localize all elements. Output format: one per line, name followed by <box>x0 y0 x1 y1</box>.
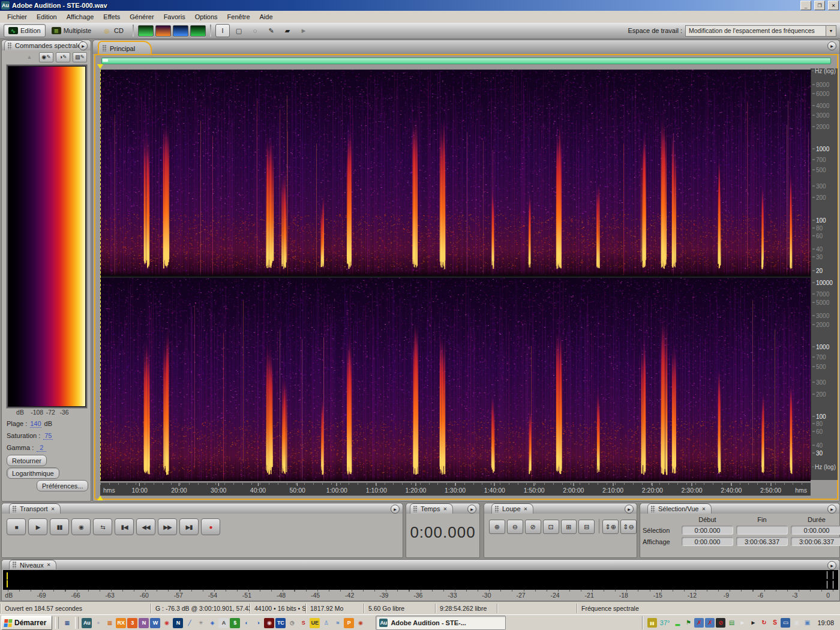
tray-antivirus-icon[interactable]: S <box>770 618 779 628</box>
panel-grip[interactable] <box>13 506 17 512</box>
tray-mouse-settings-icon[interactable]: ▣ <box>791 618 801 628</box>
menu-item[interactable]: Aide <box>255 12 278 22</box>
zoom-in-horizontal-button[interactable]: ⊕ <box>489 520 505 534</box>
menu-item[interactable]: Générer <box>125 12 158 22</box>
playhead-marker-bottom-icon[interactable] <box>97 496 103 500</box>
transport-tab[interactable]: Transport ✕ <box>9 503 61 514</box>
zoom-in-right-edge-button[interactable]: ⊟ <box>578 520 595 534</box>
time-selection-tool-button[interactable]: I <box>215 24 230 37</box>
marquee-selection-tool-button[interactable]: ▢ <box>232 24 246 37</box>
quicklaunch-pen-tool-icon[interactable]: ╱ <box>184 618 194 628</box>
mode-cd-button[interactable]: ◎ CD <box>97 24 128 37</box>
quicklaunch-camera-eye-icon[interactable]: ◉ <box>264 618 274 628</box>
quicklaunch-coin-icon[interactable]: ● <box>93 618 103 628</box>
tab-principal[interactable]: Principal <box>98 41 152 55</box>
spectrogram-display[interactable] <box>100 70 811 481</box>
minimize-button[interactable]: _ <box>800 1 811 10</box>
quicklaunch-audition-icon[interactable]: Au <box>82 618 92 628</box>
play-button[interactable]: ▶ <box>28 518 47 535</box>
quicklaunch-swoosh-icon[interactable]: ≈ <box>332 618 343 628</box>
go-to-start-button[interactable]: ▮◀ <box>115 518 134 535</box>
tray-network-offline1-icon[interactable]: ✗ <box>694 618 704 628</box>
panel-menu-button[interactable]: ▶ <box>827 505 836 514</box>
loop-play-button[interactable]: ⇆ <box>93 518 112 535</box>
start-button[interactable]: Démarrer <box>1 616 52 630</box>
quicklaunch-soft3-icon[interactable]: 3 <box>127 618 137 628</box>
lasso-selection-tool-button[interactable]: ◌ <box>248 24 262 37</box>
quicklaunch-izotope-rx-icon[interactable]: RX <box>116 618 126 628</box>
scrub-tool-button[interactable]: ► <box>296 24 311 37</box>
panel-menu-button[interactable]: ▶ <box>625 505 634 514</box>
tray-language-flag-icon[interactable]: ⚑ <box>683 618 693 628</box>
tray-minimized-app-icon[interactable]: ▂ <box>673 618 682 628</box>
time-display[interactable]: 0:00.000 <box>406 523 479 542</box>
tray-cursor-settings-icon[interactable]: ► <box>748 618 758 628</box>
panel-grip[interactable] <box>413 506 418 512</box>
timeline-ruler[interactable]: hms hms 10:00 20:00 30:00 <box>100 482 811 496</box>
spectral-adjust-tool-button[interactable]: ▲ <box>22 52 37 62</box>
field-value[interactable]: 2 <box>37 444 46 452</box>
zoom-out-full-button[interactable]: ⊘ <box>525 520 541 534</box>
zoom-in-vertical-button[interactable]: ⇕⊕ <box>602 520 619 534</box>
panel-grip[interactable] <box>13 562 17 568</box>
close-icon[interactable]: ✕ <box>47 562 51 568</box>
quicklaunch-acdsee-icon[interactable]: A <box>218 618 229 628</box>
levels-tab[interactable]: Niveaux ✕ <box>9 560 56 569</box>
zoom-out-horizontal-button[interactable]: ⊖ <box>507 520 523 534</box>
menu-item[interactable]: Options <box>190 12 223 22</box>
tray-temperature[interactable]: 37° <box>660 619 670 626</box>
tray-display-settings-icon[interactable]: ▭ <box>781 618 790 628</box>
spectral-controls-tab[interactable]: Commandes spectrale <box>4 40 85 50</box>
quicklaunch-calculator-icon[interactable]: ▦ <box>104 618 115 628</box>
view-duration-field[interactable]: 3:00:06.337 <box>791 537 840 546</box>
spectral-color-saturation-button[interactable]: ◑✎ <box>56 52 70 62</box>
spectral-gradient-display[interactable] <box>7 65 87 408</box>
spot-healing-brush-tool-button[interactable]: ▰ <box>280 24 295 37</box>
zoom-to-selection-button[interactable]: ⊡ <box>543 520 559 534</box>
quicklaunch-word-icon[interactable]: W <box>150 618 160 628</box>
quicklaunch-ultraedit-icon[interactable]: UE <box>310 618 320 628</box>
logarithmique-button[interactable]: Logarithmique <box>7 467 59 479</box>
quicklaunch-onenote-icon[interactable]: N <box>139 618 149 628</box>
playhead-marker-top-icon[interactable] <box>97 64 103 69</box>
view-spectral-frequency-button[interactable] <box>155 25 171 37</box>
quicklaunch-netscape-icon[interactable]: N <box>173 618 183 628</box>
workspace-dropdown[interactable]: Modification de l'espacement des fréquen… <box>685 25 836 37</box>
panel-menu-button[interactable]: ▶ <box>827 41 836 50</box>
quicklaunch-globe2-icon[interactable]: ◑ <box>253 618 263 628</box>
menu-item[interactable]: Favoris <box>159 12 190 22</box>
fast-forward-button[interactable]: ▶▶ <box>158 518 177 535</box>
view-end-field[interactable]: 3:00:06.337 <box>736 537 788 546</box>
panel-menu-button[interactable]: ▶ <box>79 41 88 50</box>
menu-item[interactable]: Edition <box>32 12 62 22</box>
selection-view-tab[interactable]: Sélection/Vue ✕ <box>647 503 712 514</box>
quicklaunch-messenger-icon[interactable]: ♙ <box>321 618 331 628</box>
stop-button[interactable]: ■ <box>7 518 26 535</box>
panel-menu-button[interactable]: ▶ <box>391 505 400 514</box>
tray-update-icon[interactable]: ▣ <box>802 618 812 628</box>
preferences-button[interactable]: Préférences... <box>37 480 88 491</box>
tray-pointer-tool-icon[interactable]: ► <box>737 618 747 628</box>
go-to-end-button[interactable]: ▶▮ <box>179 518 199 535</box>
frequency-axis[interactable]: Hz (log)80006000400030002000100070050030… <box>811 68 838 480</box>
effects-paintbrush-tool-button[interactable]: ✎ <box>264 24 278 37</box>
restore-button[interactable]: ❐ <box>814 1 825 10</box>
close-icon[interactable]: ✕ <box>701 506 706 512</box>
quicklaunch-clock-icon[interactable]: ◷ <box>287 618 297 628</box>
quicklaunch-pdf-icon[interactable]: P <box>344 618 354 628</box>
panel-grip[interactable] <box>103 45 107 52</box>
quicklaunch-total-commander-icon[interactable]: TC <box>275 618 286 628</box>
menu-item[interactable]: Effets <box>98 12 125 22</box>
pause-button[interactable]: ▮▮ <box>50 518 69 535</box>
time-tab[interactable]: Temps ✕ <box>410 503 453 514</box>
horizontal-range-scrollbar[interactable] <box>101 58 831 64</box>
zoom-in-left-edge-button[interactable]: ⊞ <box>561 520 577 534</box>
menu-item[interactable]: Fichier <box>2 12 32 22</box>
tray-no-entry-icon[interactable]: ⊘ <box>716 618 725 628</box>
close-button[interactable]: ✕ <box>828 1 839 10</box>
menu-item[interactable]: Fenêtre <box>223 12 255 22</box>
quicklaunch-sbp-icon[interactable]: S <box>298 618 308 628</box>
mode-edition-button[interactable]: ∿ Edition <box>4 24 46 37</box>
quicklaunch-media-player-icon[interactable]: ◉ <box>355 618 365 628</box>
mode-multipiste-button[interactable]: ≣ Multipiste <box>47 24 96 37</box>
